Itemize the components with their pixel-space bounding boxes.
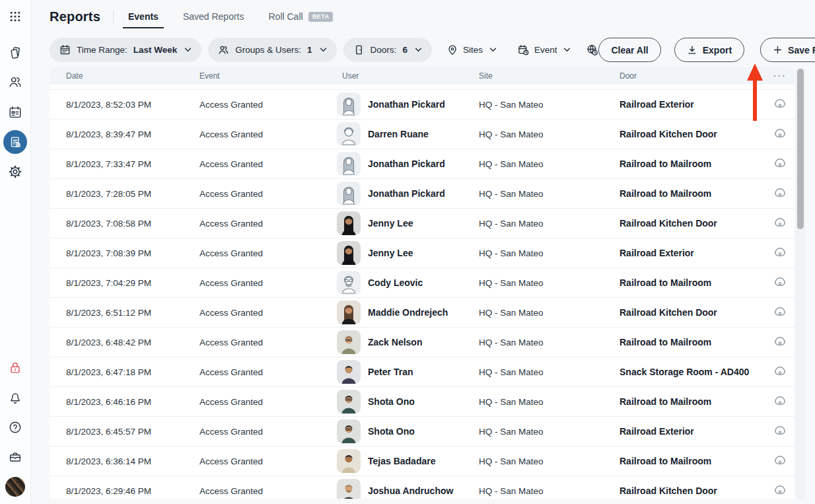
- camera-icon[interactable]: [773, 336, 787, 349]
- user-avatar: [337, 479, 361, 499]
- cell-event: Access Granted: [199, 100, 337, 110]
- event-filter[interactable]: Event: [518, 44, 571, 55]
- table-row[interactable]: 8/1/2023, 6:48:42 PM Access Granted Zack…: [50, 327, 795, 357]
- access-cards-icon[interactable]: [8, 46, 22, 60]
- camera-icon[interactable]: [773, 98, 787, 111]
- cell-date: 8/1/2023, 8:52:03 PM: [66, 100, 199, 110]
- camera-icon[interactable]: [773, 425, 787, 438]
- cell-date: 8/1/2023, 7:33:47 PM: [66, 159, 199, 169]
- camera-icon[interactable]: [773, 187, 787, 200]
- sites-filter[interactable]: Sites: [447, 45, 497, 55]
- reports-icon[interactable]: [3, 130, 27, 154]
- table-row[interactable]: 8/1/2023, 7:08:58 PM Access Granted Jenn…: [50, 208, 795, 238]
- table-row[interactable]: 8/1/2023, 7:28:05 PM Access Granted Jona…: [50, 178, 795, 208]
- camera-icon[interactable]: [773, 127, 787, 141]
- cell-user: Maddie Ondrejech: [337, 301, 479, 324]
- filter-bar: Time Range: Last Week Groups & Users: 1 …: [50, 38, 802, 62]
- cell-site: HQ - San Mateo: [479, 456, 620, 466]
- table-row[interactable]: 8/1/2023, 8:52:03 PM Access Granted Jona…: [50, 89, 795, 119]
- save-report-button[interactable]: Save Report: [760, 38, 815, 62]
- camera-icon[interactable]: [773, 365, 787, 378]
- notifications-bell-icon[interactable]: [8, 390, 22, 405]
- table-row[interactable]: 8/1/2023, 7:04:29 PM Access Granted Cody…: [50, 268, 795, 297]
- header-divider: [113, 10, 114, 23]
- page-title: Reports: [50, 9, 100, 24]
- chevron-down-icon: [415, 48, 422, 52]
- user-name: Darren Ruane: [368, 129, 429, 139]
- app-grid-icon[interactable]: [9, 10, 22, 23]
- devices-toolbox-icon[interactable]: [8, 450, 22, 464]
- cell-user: Jenny Lee: [337, 241, 479, 265]
- camera-icon[interactable]: [773, 454, 787, 468]
- table-row[interactable]: 8/1/2023, 6:45:57 PM Access Granted Shot…: [50, 416, 795, 446]
- cell-site: HQ - San Mateo: [479, 427, 620, 437]
- cell-date: 8/1/2023, 6:48:42 PM: [66, 338, 199, 347]
- cell-date: 8/1/2023, 6:47:18 PM: [66, 367, 199, 377]
- cell-site: HQ - San Mateo: [479, 189, 620, 199]
- cell-date: 8/1/2023, 7:08:39 PM: [66, 248, 199, 258]
- cell-door: Snack Storage Room - AD400: [620, 367, 769, 377]
- calendar-icon: [59, 44, 71, 55]
- lockdown-lock-icon[interactable]: [8, 361, 22, 375]
- cell-event: Access Granted: [199, 159, 337, 169]
- time-range-filter[interactable]: Time Range: Last Week: [50, 38, 201, 62]
- cell-door: Railroad Kitchen Door: [620, 307, 769, 318]
- cell-event: Access Granted: [199, 219, 337, 229]
- table-row[interactable]: 8/1/2023, 6:36:14 PM Access Granted Teja…: [50, 446, 795, 476]
- clear-all-button[interactable]: Clear All: [598, 38, 660, 62]
- cell-door: Railroad to Mailroom: [620, 277, 769, 288]
- export-button[interactable]: Export: [674, 38, 744, 62]
- cell-door: Railroad to Mailroom: [620, 396, 769, 407]
- cell-user: Jenny Lee: [337, 211, 479, 235]
- cell-door: Railroad to Mailroom: [620, 456, 769, 466]
- scrollbar-thumb[interactable]: [797, 69, 804, 229]
- user-avatar: [337, 182, 361, 205]
- camera-icon[interactable]: [773, 306, 787, 319]
- table-body: 8/1/2023, 8:52:03 PM Access Granted Jona…: [50, 85, 795, 499]
- camera-icon[interactable]: [773, 395, 787, 408]
- cell-door: Railroad Kitchen Door: [620, 129, 769, 139]
- col-user: User: [337, 71, 479, 81]
- tab-roll-call[interactable]: Roll Call BETA: [267, 11, 336, 22]
- table-row[interactable]: 8/1/2023, 8:39:47 PM Access Granted Darr…: [50, 119, 795, 149]
- camera-icon[interactable]: [773, 157, 787, 170]
- col-date: Date: [66, 71, 199, 81]
- tab-saved-reports[interactable]: Saved Reports: [181, 11, 246, 22]
- table-row[interactable]: 8/1/2023, 6:51:12 PM Access Granted Madd…: [50, 297, 795, 327]
- user-name: Tejas Badadare: [368, 456, 435, 466]
- settings-gear-icon[interactable]: [8, 164, 22, 179]
- timezone-globe-icon[interactable]: [586, 44, 598, 56]
- account-avatar[interactable]: [5, 477, 25, 497]
- sidebar: [0, 0, 31, 504]
- camera-icon[interactable]: [773, 484, 787, 497]
- camera-icon[interactable]: [773, 246, 787, 260]
- cell-date: 8/1/2023, 7:08:58 PM: [66, 219, 199, 229]
- cell-user: Joshua Andruchow: [337, 479, 479, 499]
- tab-events[interactable]: Events: [126, 11, 160, 22]
- user-name: Zack Nelson: [368, 337, 422, 347]
- camera-icon[interactable]: [773, 276, 787, 289]
- table-row[interactable]: 8/1/2023, 7:33:47 PM Access Granted Jona…: [50, 149, 795, 178]
- table-row[interactable]: 8/1/2023, 7:08:39 PM Access Granted Jenn…: [50, 238, 795, 268]
- table-row[interactable]: 8/1/2023, 6:47:18 PM Access Granted Pete…: [50, 357, 795, 386]
- cell-user: Darren Ruane: [337, 122, 479, 146]
- groups-users-filter[interactable]: Groups & Users: 1: [208, 38, 336, 62]
- user-avatar: [337, 152, 361, 176]
- cell-event: Access Granted: [199, 338, 337, 347]
- camera-icon[interactable]: [773, 217, 787, 230]
- help-icon[interactable]: [8, 420, 22, 435]
- table-row[interactable]: 8/1/2023, 6:46:16 PM Access Granted Shot…: [50, 386, 795, 416]
- table-row[interactable]: 8/1/2023, 6:29:46 PM Access Granted Josh…: [50, 476, 795, 499]
- calendar-icon[interactable]: [8, 105, 22, 120]
- user-avatar: [337, 330, 361, 354]
- cell-site: HQ - San Mateo: [479, 486, 620, 496]
- table-options-icon[interactable]: ···: [773, 73, 787, 79]
- door-icon: [353, 44, 365, 55]
- cell-date: 8/1/2023, 7:04:29 PM: [66, 278, 199, 288]
- doors-filter[interactable]: Doors: 6: [343, 38, 432, 62]
- event-calendar-clock-icon: [518, 44, 529, 55]
- user-name: Jonathan Pickard: [368, 159, 445, 169]
- annotation-arrow-line: [753, 80, 757, 121]
- users-icon[interactable]: [8, 75, 22, 89]
- user-avatar: [337, 122, 361, 146]
